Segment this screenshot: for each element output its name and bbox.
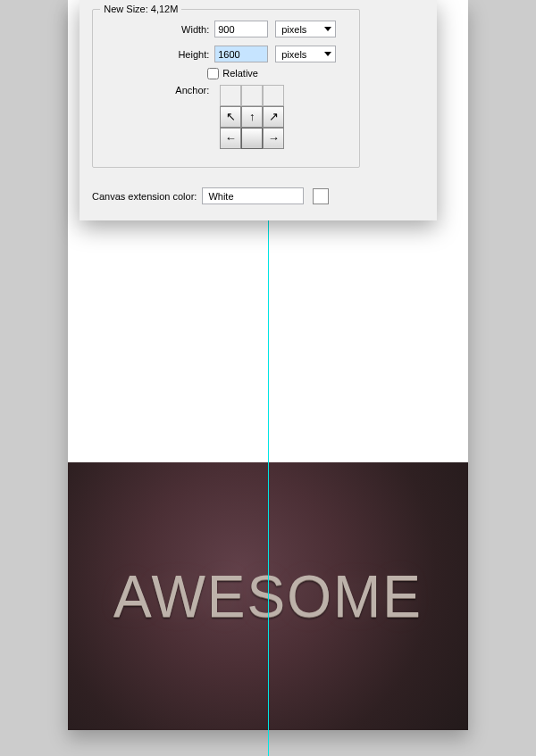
anchor-cell-8-selected[interactable] bbox=[241, 128, 263, 149]
extension-color-row: Canvas extension color: White bbox=[92, 187, 329, 204]
width-label: Width: bbox=[100, 24, 214, 35]
extension-color-label: Canvas extension color: bbox=[92, 191, 197, 202]
anchor-cell-1[interactable] bbox=[220, 85, 241, 106]
vertical-guide bbox=[268, 220, 269, 756]
extension-color-select[interactable]: White bbox=[202, 187, 304, 204]
anchor-cell-5[interactable]: ↑ bbox=[241, 106, 263, 128]
extension-color-swatch[interactable] bbox=[313, 188, 329, 204]
width-units-value: pixels bbox=[281, 24, 306, 35]
arrow-nw-icon: ↖ bbox=[226, 111, 236, 122]
relative-label: Relative bbox=[222, 68, 258, 79]
height-label: Height: bbox=[100, 49, 214, 60]
height-input[interactable] bbox=[214, 46, 268, 62]
anchor-cell-7[interactable]: ← bbox=[220, 128, 241, 149]
anchor-cell-9[interactable]: → bbox=[263, 128, 284, 149]
width-row: Width: pixels bbox=[100, 18, 352, 41]
arrow-e-icon: → bbox=[268, 132, 280, 144]
width-units-select[interactable]: pixels bbox=[275, 21, 336, 37]
anchor-row: Anchor: ↖ ↑ ↗ ← → bbox=[100, 85, 352, 149]
anchor-label: Anchor: bbox=[100, 85, 214, 96]
extension-color-value: White bbox=[208, 191, 233, 202]
arrow-n-icon: ↑ bbox=[249, 111, 255, 122]
new-size-group: New Size: 4,12M Width: pixels Height: pi… bbox=[92, 4, 360, 168]
chevron-down-icon bbox=[324, 52, 331, 56]
anchor-grid: ↖ ↑ ↗ ← → bbox=[220, 85, 284, 149]
arrow-w-icon: ← bbox=[225, 132, 237, 144]
chevron-down-icon bbox=[324, 27, 331, 31]
canvas-size-dialog: New Size: 4,12M Width: pixels Height: pi… bbox=[80, 0, 437, 220]
height-units-select[interactable]: pixels bbox=[275, 46, 336, 62]
anchor-cell-2[interactable] bbox=[241, 85, 263, 106]
height-units-value: pixels bbox=[281, 49, 306, 60]
relative-checkbox[interactable] bbox=[207, 68, 219, 79]
anchor-cell-6[interactable]: ↗ bbox=[263, 106, 284, 128]
new-size-legend: New Size: 4,12M bbox=[100, 4, 181, 14]
height-row: Height: pixels bbox=[100, 43, 352, 66]
relative-row: Relative bbox=[207, 68, 352, 79]
anchor-cell-3[interactable] bbox=[263, 85, 284, 106]
anchor-cell-4[interactable]: ↖ bbox=[220, 106, 241, 128]
arrow-ne-icon: ↗ bbox=[269, 111, 279, 122]
width-input[interactable] bbox=[214, 21, 268, 37]
